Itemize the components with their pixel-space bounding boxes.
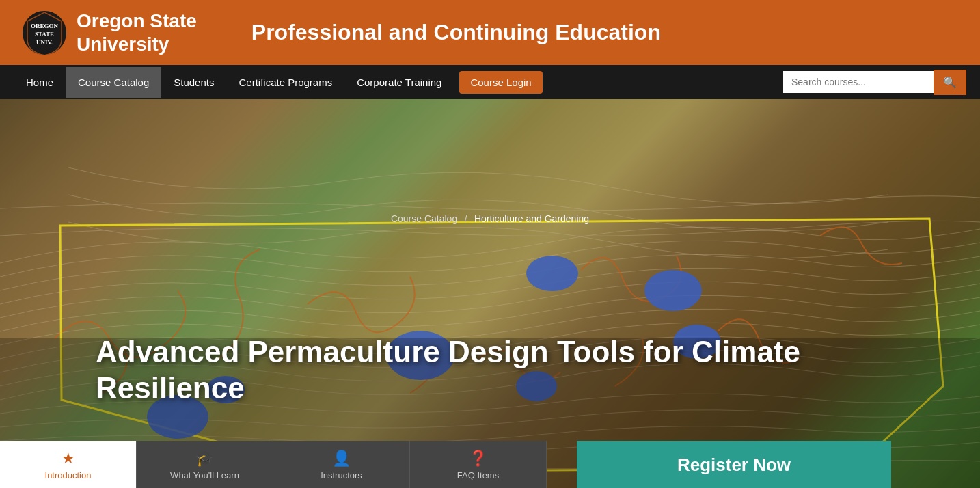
svg-point-10 xyxy=(644,270,702,311)
tab-faq-label: FAQ Items xyxy=(457,470,499,480)
learn-icon: 🎓 xyxy=(195,450,214,467)
tab-what-youll-learn[interactable]: 🎓 What You'll Learn xyxy=(137,441,273,488)
nav-home[interactable]: Home xyxy=(14,67,66,98)
instructors-icon: 👤 xyxy=(332,450,351,467)
search-input[interactable] xyxy=(783,71,934,93)
tab-learn-label: What You'll Learn xyxy=(170,470,239,480)
site-header: OREGON STATE UNIV. Oregon State Universi… xyxy=(0,0,980,65)
tab-introduction[interactable]: ★ Introduction xyxy=(0,441,137,488)
register-now-button[interactable]: Register Now xyxy=(577,441,891,488)
nav-items: Home Course Catalog Students Certificate… xyxy=(14,67,783,98)
introduction-icon: ★ xyxy=(62,450,75,467)
terrain-svg xyxy=(0,99,980,488)
course-tabs: ★ Introduction 🎓 What You'll Learn 👤 Ins… xyxy=(0,441,547,488)
university-name: Oregon State University xyxy=(77,10,197,55)
breadcrumb: Course Catalog / Horticulture and Garden… xyxy=(0,208,980,229)
main-nav: Home Course Catalog Students Certificate… xyxy=(0,65,980,99)
nav-corporate-training[interactable]: Corporate Training xyxy=(344,67,454,98)
hero-background xyxy=(0,99,980,488)
nav-course-catalog[interactable]: Course Catalog xyxy=(66,67,161,98)
svg-text:UNIV.: UNIV. xyxy=(36,39,53,46)
breadcrumb-parent[interactable]: Course Catalog xyxy=(391,213,457,224)
tab-instructors-label: Instructors xyxy=(321,470,362,480)
svg-text:OREGON: OREGON xyxy=(31,23,59,29)
nav-certificate-programs[interactable]: Certificate Programs xyxy=(226,67,344,98)
course-title: Advanced Permaculture Design Tools for C… xyxy=(96,334,847,407)
hero-section: Course Catalog / Horticulture and Garden… xyxy=(0,99,980,488)
osu-logo: OREGON STATE UNIV. xyxy=(21,9,68,57)
nav-students[interactable]: Students xyxy=(161,67,226,98)
tab-introduction-label: Introduction xyxy=(45,470,92,480)
tab-faq[interactable]: ❓ FAQ Items xyxy=(410,441,547,488)
search-area: 🔍 xyxy=(783,70,966,95)
site-title: Professional and Continuing Education xyxy=(251,20,661,45)
logo-area: OREGON STATE UNIV. Oregon State Universi… xyxy=(21,9,197,57)
faq-icon: ❓ xyxy=(469,450,487,467)
tab-instructors[interactable]: 👤 Instructors xyxy=(273,441,410,488)
breadcrumb-current: Horticulture and Gardening xyxy=(474,213,589,224)
search-button[interactable]: 🔍 xyxy=(934,70,966,95)
svg-point-9 xyxy=(526,256,578,291)
breadcrumb-separator: / xyxy=(465,213,467,224)
svg-text:STATE: STATE xyxy=(35,31,54,38)
nav-course-login[interactable]: Course Login xyxy=(459,71,542,94)
